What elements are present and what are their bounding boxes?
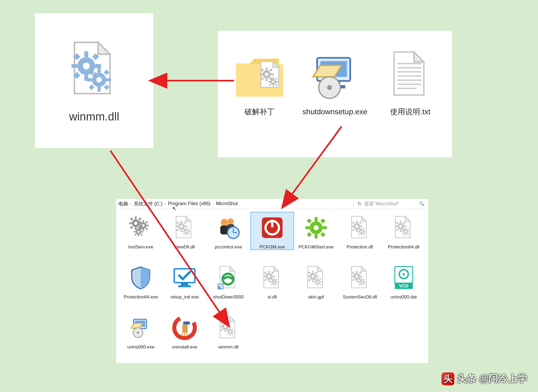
- svg-point-40: [402, 273, 405, 275]
- file-label: si.dll: [268, 294, 277, 300]
- search-icon: 🔍: [419, 201, 424, 206]
- ie-shortcut-icon: [214, 263, 243, 293]
- file-item[interactable]: NewDll.dll: [163, 212, 207, 250]
- folder-icon: [233, 47, 286, 101]
- chevron-right-icon: ›: [130, 202, 132, 206]
- breadcrumb[interactable]: 电脑› 系统文件 (C:)› Program Files (x86)› Micr…: [118, 201, 355, 207]
- dll-file-icon: [65, 38, 124, 103]
- shield-icon: [126, 263, 155, 293]
- file-label: unins000.dat: [391, 294, 417, 300]
- file-label: NewDll.dll: [174, 244, 195, 250]
- svg-point-25: [228, 218, 234, 224]
- search-placeholder: 搜索"MicroShut": [364, 201, 399, 207]
- svg-rect-34: [181, 283, 188, 285]
- breadcrumb-segment[interactable]: MicroShut: [216, 201, 238, 206]
- source-item-label: shutdownsetup.exe: [301, 107, 369, 117]
- source-item-readme-txt[interactable]: 使用说明.txt: [377, 47, 444, 117]
- file-label: Protection64.exe: [124, 294, 158, 300]
- file-label: unins000.exe: [127, 344, 154, 350]
- explorer-header: 电脑› 系统文件 (C:)› Program Files (x86)› Micr…: [116, 199, 428, 209]
- file-label: Protection64.dll: [388, 244, 419, 250]
- file-item[interactable]: Protection64.dll: [382, 212, 426, 250]
- file-label: skin.gpf: [308, 294, 324, 300]
- watermark-credit: 头 头条 @阿冷上学: [441, 372, 527, 385]
- installer-sm-icon: [126, 313, 155, 343]
- file-item[interactable]: pccontrol.exe: [207, 212, 250, 250]
- file-label: InstServ.exe: [128, 244, 153, 250]
- search-input[interactable]: 搜索"MicroShut" 🔍: [364, 201, 426, 207]
- explorer-file-grid: InstServ.exe NewDll.dll pccontrol.exe PC…: [116, 209, 428, 363]
- file-item[interactable]: VCD unins000.dat: [382, 262, 426, 300]
- file-label: Protection.dll: [347, 244, 373, 250]
- file-item[interactable]: Protection.dll: [338, 212, 382, 250]
- dll-icon: [257, 263, 287, 293]
- file-item[interactable]: PCKGM.exe: [250, 212, 294, 250]
- svg-line-52: [186, 332, 187, 336]
- svg-rect-35: [178, 285, 191, 287]
- file-item[interactable]: unins000.exe: [119, 312, 163, 350]
- explorer-window: 电脑› 系统文件 (C:)› Program Files (x86)› Micr…: [116, 199, 428, 363]
- chevron-down-icon[interactable]: ⌄: [352, 202, 355, 206]
- svg-line-50: [182, 332, 183, 336]
- source-item-label: 破解补丁: [226, 107, 293, 117]
- file-item[interactable]: Protection64.exe: [119, 262, 163, 300]
- svg-rect-48: [183, 322, 190, 325]
- file-item[interactable]: InstServ.exe: [119, 212, 163, 250]
- gears-gray-icon: [126, 213, 155, 243]
- installer-icon: [308, 47, 362, 101]
- file-item[interactable]: setup_init.exe: [163, 262, 207, 300]
- dll-icon: [301, 263, 331, 293]
- svg-text:VCD: VCD: [399, 283, 408, 288]
- file-label: PCKGMStart.exe: [299, 244, 334, 250]
- refresh-icon[interactable]: ↻: [358, 201, 362, 207]
- svg-point-23: [221, 219, 228, 226]
- svg-point-46: [137, 332, 139, 334]
- dll-icon: [345, 263, 375, 293]
- mouse-cursor-icon: ↖: [172, 205, 177, 212]
- file-label: winmm.dll: [218, 344, 239, 350]
- svg-rect-49: [182, 325, 188, 332]
- source-item-setup-exe[interactable]: shutdownsetup.exe: [301, 47, 369, 117]
- breadcrumb-segment[interactable]: 系统文件 (C:): [134, 201, 162, 207]
- ccleaner-icon: [170, 313, 199, 343]
- dll-icon: [214, 313, 243, 343]
- file-item[interactable]: si.dll: [250, 262, 294, 300]
- file-item[interactable]: uninstall.exe: [163, 312, 207, 350]
- file-item[interactable]: SystemSecDll.dll: [338, 262, 382, 300]
- dll-icon: [345, 213, 375, 243]
- monitor-check-icon: [170, 263, 199, 293]
- chevron-right-icon: ›: [213, 202, 214, 206]
- file-item[interactable]: shutDown3000: [207, 262, 250, 300]
- source-files-panel: 破解补丁 shutdownsetup.exe 使用说明.txt: [218, 31, 452, 157]
- chevron-right-icon: ›: [165, 202, 166, 206]
- source-item-patch-folder[interactable]: 破解补丁: [226, 47, 293, 117]
- file-label: uninstall.exe: [172, 344, 197, 350]
- svg-point-15: [327, 85, 332, 90]
- vcd-icon: VCD: [389, 263, 419, 293]
- source-item-label: 使用说明.txt: [377, 107, 444, 117]
- toutiao-logo-icon: 头: [441, 372, 454, 385]
- credit-text: 头条 @阿冷上学: [457, 372, 527, 385]
- file-item[interactable]: winmm.dll: [207, 312, 250, 350]
- file-label: SystemSecDll.dll: [343, 294, 377, 300]
- dll-file-label: winmm.dll: [69, 110, 119, 123]
- svg-rect-32: [271, 220, 273, 227]
- breadcrumb-segment[interactable]: 电脑: [118, 201, 128, 207]
- file-label: pccontrol.exe: [215, 244, 242, 250]
- file-label: PCKGM.exe: [260, 244, 285, 250]
- dll-icon: [170, 213, 199, 243]
- gear-green-icon: [301, 213, 331, 243]
- text-file-icon: [383, 47, 437, 101]
- people-clock-icon: [214, 213, 243, 243]
- dll-icon: [389, 213, 419, 243]
- power-red-icon: [257, 213, 287, 243]
- file-label: shutDown3000: [213, 294, 243, 300]
- file-item[interactable]: skin.gpf: [294, 262, 338, 300]
- file-label: setup_init.exe: [171, 294, 199, 300]
- file-item[interactable]: PCKGMStart.exe: [294, 212, 338, 250]
- dll-preview-panel: winmm.dll: [35, 13, 153, 148]
